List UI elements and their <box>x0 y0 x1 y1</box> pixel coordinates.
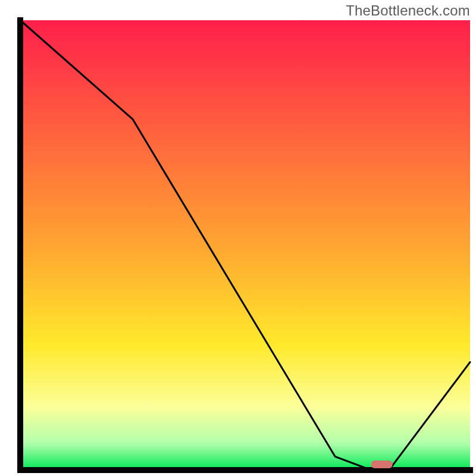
plot-svg <box>0 0 476 476</box>
watermark-text: TheBottleneck.com <box>346 2 470 19</box>
optimal-marker <box>371 461 393 468</box>
plot-background <box>20 20 470 470</box>
bottleneck-chart: TheBottleneck.com <box>0 0 476 476</box>
